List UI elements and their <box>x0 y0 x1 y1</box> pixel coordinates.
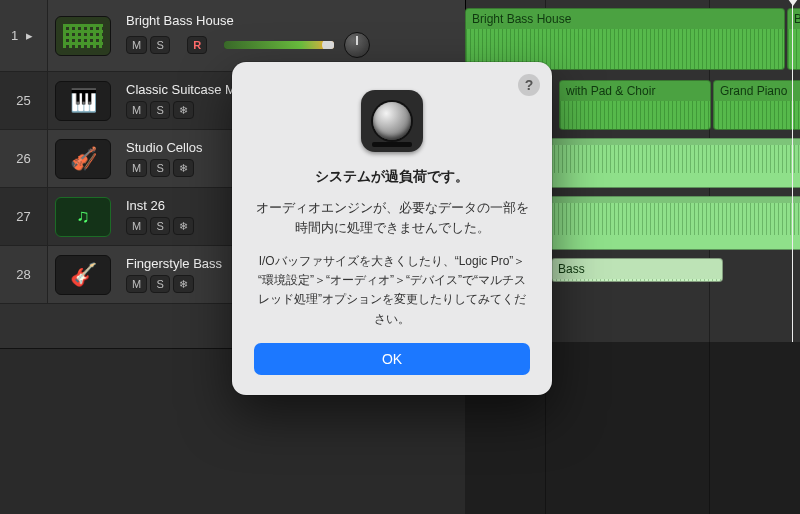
solo-button[interactable]: S <box>150 159 170 177</box>
track-icon: 🎹 <box>48 72 118 129</box>
disclosure-icon[interactable]: ▸ <box>22 29 36 43</box>
track-number: 1▸ <box>0 0 48 71</box>
solo-button[interactable]: S <box>150 101 170 119</box>
gridline <box>709 0 710 514</box>
region-label: Bright Bass <box>788 9 800 29</box>
track-icon <box>48 0 118 71</box>
track-number: 27 <box>0 188 48 245</box>
track-number: 26 <box>0 130 48 187</box>
solo-button[interactable]: S <box>150 36 170 54</box>
region[interactable]: Bass <box>551 258 723 282</box>
region-label: Bright Bass House <box>466 9 784 29</box>
solo-button[interactable]: S <box>150 217 170 235</box>
track-number: 25 <box>0 72 48 129</box>
dialog-body-2: I/Oバッファサイズを大きくしたり、“Logic Pro”＞“環境設定”＞“オー… <box>254 252 530 329</box>
region[interactable]: Bright Bass <box>787 8 800 70</box>
region[interactable]: with Pad & Choir <box>559 80 711 130</box>
freeze-button[interactable] <box>173 101 194 119</box>
system-overload-dialog: ? システムが過負荷です。 オーディオエンジンが、必要なデータの一部を時間内に処… <box>232 62 552 395</box>
playhead[interactable] <box>792 0 793 342</box>
pan-knob[interactable] <box>344 32 370 58</box>
ok-button[interactable]: OK <box>254 343 530 375</box>
track-icon: ♫ <box>48 188 118 245</box>
mute-button[interactable]: M <box>126 275 147 293</box>
mute-button[interactable]: M <box>126 159 147 177</box>
freeze-button[interactable] <box>173 159 194 177</box>
solo-button[interactable]: S <box>150 275 170 293</box>
record-enable-button[interactable]: R <box>187 36 207 54</box>
volume-meter[interactable] <box>224 41 334 49</box>
track-icon: 🎻 <box>48 130 118 187</box>
region[interactable]: Grand Piano <box>713 80 800 130</box>
help-button[interactable]: ? <box>518 74 540 96</box>
region-label: with Pad & Choir <box>560 81 710 101</box>
freeze-button[interactable] <box>173 275 194 293</box>
app-icon <box>361 90 423 152</box>
region-label: Bass <box>552 259 722 279</box>
region-label: Grand Piano <box>714 81 800 101</box>
track-number: 28 <box>0 246 48 303</box>
track-icon: 🎸 <box>48 246 118 303</box>
mute-button[interactable]: M <box>126 36 147 54</box>
mute-button[interactable]: M <box>126 217 147 235</box>
track-name: Bright Bass House <box>126 13 457 28</box>
dialog-body-1: オーディオエンジンが、必要なデータの一部を時間内に処理できませんでした。 <box>254 198 530 238</box>
dialog-title: システムが過負荷です。 <box>254 168 530 186</box>
freeze-button[interactable] <box>173 217 194 235</box>
region[interactable]: Bright Bass House <box>465 8 785 70</box>
track-body: Bright Bass HouseMSR <box>118 0 465 71</box>
mute-button[interactable]: M <box>126 101 147 119</box>
